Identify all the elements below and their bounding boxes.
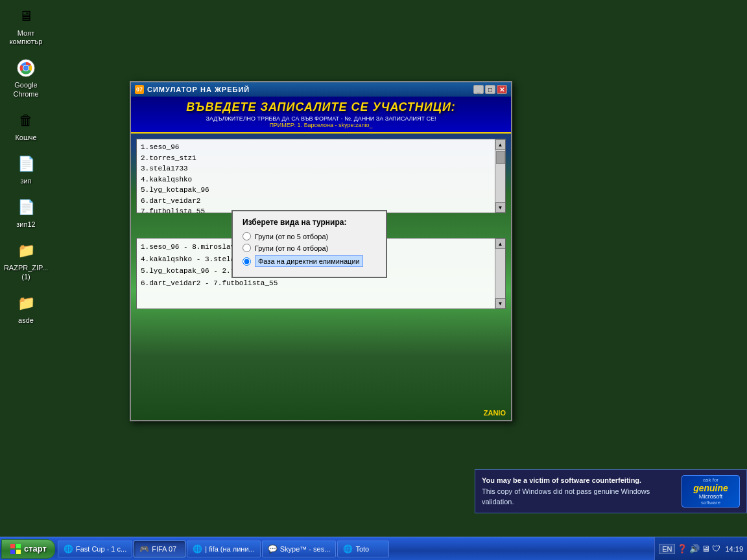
participants-area: 1.seso_96 2.torres_stz1 3.stela1733 4.ka… xyxy=(136,139,506,213)
taskbar-item-fifa07[interactable]: 🎮 FIFA 07 xyxy=(134,541,185,557)
start-button[interactable]: старт xyxy=(1,539,55,559)
microsoft-text: Microsoft xyxy=(699,493,723,500)
header-subtitle: ЗАДЪЛЖИТЕЛНО ТРЯБВА ДА СА ВЪВ ФОРМАТ - №… xyxy=(137,115,504,122)
google-chrome-icon xyxy=(16,58,36,78)
software-text: software xyxy=(701,500,720,506)
skype-icon: 💬 xyxy=(268,544,278,554)
ms-notice-bold: You may be a victim of software counterf… xyxy=(482,475,675,486)
result-item: 6.dart_veidar2 - 7.futbolista_55 xyxy=(141,277,501,290)
svg-rect-4 xyxy=(10,544,15,548)
tray-help-icon[interactable]: ❓ xyxy=(677,544,687,554)
desktop-icon-zip[interactable]: 📄 зип xyxy=(3,151,49,188)
zip12-icon: 📄 xyxy=(16,197,36,218)
header-example: ПРИМЕР: 1. Барселона - skype:zanio_ xyxy=(137,122,504,128)
tray-language[interactable]: EN xyxy=(659,544,675,554)
ms-notice-detail: This copy of Windows did not pass genuin… xyxy=(482,486,675,508)
tray-icons: ❓ 🔊 🖥 🛡 xyxy=(677,544,720,554)
fastcup-label: Fast Cup - 1 c... xyxy=(76,545,126,553)
list-item: 5.lyg_kotapak_96 xyxy=(141,185,501,196)
ms-genuine-notice: You may be a victim of software counterf… xyxy=(475,469,747,513)
fifa-online-icon: 🌐 xyxy=(193,544,202,554)
scroll-down-arrow[interactable]: ▼ xyxy=(495,202,506,213)
toto-label: Toto xyxy=(355,545,369,553)
results-scrollbar[interactable]: ▲ ▼ xyxy=(495,239,505,309)
window-controls: _ □ ✕ xyxy=(473,85,507,94)
results-scroll-up[interactable]: ▲ xyxy=(495,239,506,249)
groups4-radio[interactable] xyxy=(243,244,251,252)
zanio-watermark: ZANIO xyxy=(484,409,506,417)
my-computer-icon: 🖥 xyxy=(16,6,36,27)
asde-label: asde xyxy=(18,316,34,325)
header-section: ВЪВЕДЕТЕ ЗАПИСАЛИТЕ СЕ УЧАСТНИЦИ: ЗАДЪЛЖ… xyxy=(131,97,511,134)
fifa07-icon: 🎮 xyxy=(139,544,149,554)
windows-logo-icon xyxy=(10,543,21,555)
window-title-text: СИМУЛАТОР НА ЖРЕБИЙ xyxy=(147,86,473,93)
desktop-icon-asde[interactable]: 📁 asde xyxy=(3,290,49,327)
start-label: старт xyxy=(24,544,47,554)
participants-list: 1.seso_96 2.torres_stz1 3.stela1733 4.ka… xyxy=(137,139,505,213)
tray-security-icon[interactable]: 🛡 xyxy=(712,544,720,554)
taskbar-items: 🌐 Fast Cup - 1 c... 🎮 FIFA 07 🌐 | fifa (… xyxy=(58,537,654,560)
fifa-online-label: | fifa (на лини... xyxy=(205,545,255,553)
participants-scrollbar[interactable]: ▲ ▼ xyxy=(495,139,505,213)
system-tray: EN ❓ 🔊 🖥 🛡 14:19 xyxy=(654,537,747,560)
groups4-label: Групи (от по 4 отбора) xyxy=(255,244,328,252)
asde-icon: 📁 xyxy=(16,293,36,314)
taskbar: старт 🌐 Fast Cup - 1 c... 🎮 FIFA 07 🌐 | … xyxy=(0,537,747,560)
ms-genuine-badge[interactable]: ask for genuine Microsoft software xyxy=(682,475,740,508)
elimination-radio[interactable] xyxy=(243,257,251,266)
tray-network-icon[interactable]: 🖥 xyxy=(702,544,710,554)
skype-label: Skype™ - ses... xyxy=(280,545,331,553)
fastcup-icon: 🌐 xyxy=(64,544,73,554)
elimination-label: Фаза на директни елиминации xyxy=(255,255,363,267)
list-item: 2.torres_stz1 xyxy=(141,153,501,164)
tray-time: 14:19 xyxy=(725,545,743,553)
scroll-thumb[interactable] xyxy=(496,151,505,164)
dialog-title: Изберете вида на турнира: xyxy=(243,218,376,227)
minimize-button[interactable]: _ xyxy=(473,85,484,94)
zip-icon: 📄 xyxy=(16,154,36,174)
razpr-icon: 📁 xyxy=(16,240,36,261)
window-title-icon: 07 xyxy=(135,85,144,94)
svg-rect-6 xyxy=(10,550,15,554)
maximize-button[interactable]: □ xyxy=(485,85,495,94)
list-item: 3.stela1733 xyxy=(141,163,501,174)
tournament-dialog: Изберете вида на турнира: Групи (от по 5… xyxy=(231,210,387,278)
list-item: 4.kakalqshko xyxy=(141,174,501,185)
recycle-bin-icon: 🗑 xyxy=(16,110,36,131)
desktop: 🖥 Мояткомпютър Google Chrome � xyxy=(0,0,747,537)
taskbar-item-toto[interactable]: 🌐 Toto xyxy=(337,541,389,557)
desktop-icon-recycle[interactable]: 🗑 Кошче xyxy=(3,108,49,145)
list-item: 1.seso_96 xyxy=(141,142,501,153)
ms-notice-text: You may be a victim of software counterf… xyxy=(482,475,675,508)
taskbar-item-fastcup[interactable]: 🌐 Fast Cup - 1 c... xyxy=(58,541,132,557)
radio-groups5[interactable]: Групи (от по 5 отбора) xyxy=(243,232,376,240)
header-title: ВЪВЕДЕТЕ ЗАПИСАЛИТЕ СЕ УЧАСТНИЦИ: xyxy=(137,100,504,114)
scroll-up-arrow[interactable]: ▲ xyxy=(495,139,506,150)
desktop-icon-zip12[interactable]: 📄 зип12 xyxy=(3,194,49,231)
ask-for-text: ask for xyxy=(703,477,718,483)
google-chrome-label: Google Chrome xyxy=(6,81,46,98)
taskbar-item-skype[interactable]: 💬 Skype™ - ses... xyxy=(262,541,337,557)
desktop-icon-razpr[interactable]: 📁 RAZPR_ZIP...(1) xyxy=(3,238,49,283)
svg-point-3 xyxy=(23,65,29,71)
taskbar-item-fifa-online[interactable]: 🌐 | fifa (на лини... xyxy=(187,541,261,557)
svg-rect-5 xyxy=(16,544,21,548)
toto-icon: 🌐 xyxy=(343,544,353,554)
close-button[interactable]: ✕ xyxy=(497,85,507,94)
desktop-icons-container: 🖥 Мояткомпютър Google Chrome � xyxy=(3,3,49,327)
radio-groups4[interactable]: Групи (от по 4 отбора) xyxy=(243,244,376,252)
groups5-label: Групи (от по 5 отбора) xyxy=(255,233,328,240)
fifa07-label: FIFA 07 xyxy=(152,545,176,553)
groups5-radio[interactable] xyxy=(243,232,251,240)
genuine-text: genuine xyxy=(693,483,728,493)
svg-rect-7 xyxy=(16,550,21,554)
recycle-label: Кошче xyxy=(15,134,36,142)
results-scroll-down[interactable]: ▼ xyxy=(495,298,506,309)
list-item: 6.dart_veidar2 xyxy=(141,196,501,207)
window-content: ВЪВЕДЕТЕ ЗАПИСАЛИТЕ СЕ УЧАСТНИЦИ: ЗАДЪЛЖ… xyxy=(131,97,511,420)
tray-audio-icon[interactable]: 🔊 xyxy=(689,544,700,554)
desktop-icon-google-chrome[interactable]: Google Chrome xyxy=(3,55,49,100)
desktop-icon-my-computer[interactable]: 🖥 Мояткомпютър xyxy=(3,3,49,49)
radio-elimination[interactable]: Фаза на директни елиминации xyxy=(243,255,376,267)
